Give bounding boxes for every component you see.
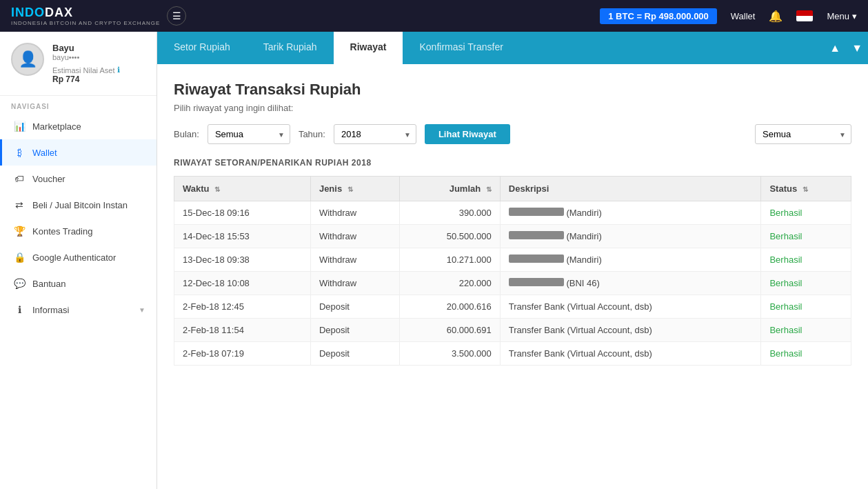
sidebar-item-label: Bantuan <box>32 279 65 289</box>
blurred-account <box>509 255 564 263</box>
tabs-bar: Setor Rupiah Tarik Rupiah Riwayat Konfir… <box>157 32 868 64</box>
logo-text: INDODAX <box>11 6 73 19</box>
cell-status: Berhasil <box>761 295 851 319</box>
cell-jumlah: 60.000.691 <box>399 319 500 342</box>
semua-select[interactable]: Semua <box>755 124 851 144</box>
tahun-select-wrapper: 2018 <box>334 124 416 144</box>
cell-deskripsi: (BNI 46) <box>500 272 761 295</box>
status-badge: Berhasil <box>769 231 802 241</box>
tab-riwayat[interactable]: Riwayat <box>334 32 403 64</box>
user-section: 👤 Bayu bayu•••• Estimasi Nilai Aset ℹ Rp… <box>0 32 157 96</box>
status-badge: Berhasil <box>769 325 802 335</box>
sidebar-item-bantuan[interactable]: 💬 Bantuan <box>0 270 157 297</box>
info-nav-icon: ℹ <box>13 304 26 315</box>
cell-waktu: 2-Feb-18 07:19 <box>174 342 311 366</box>
bulan-select[interactable]: Semua <box>208 124 290 144</box>
sort-waktu-icon: ⇅ <box>214 186 220 193</box>
user-email: bayu•••• <box>52 53 145 61</box>
main-content: Setor Rupiah Tarik Rupiah Riwayat Konfir… <box>157 32 868 489</box>
cell-jenis: Withdraw <box>310 272 399 295</box>
sidebar-item-beli-jual[interactable]: ⇄ Beli / Jual Bitcoin Instan <box>0 192 157 218</box>
table-row: 2-Feb-18 07:19 Deposit 3.500.000 Transfe… <box>174 342 851 366</box>
sort-status-icon: ⇅ <box>803 186 808 193</box>
sidebar-item-label: Wallet <box>32 148 57 158</box>
status-badge: Berhasil <box>769 278 802 288</box>
cell-status: Berhasil <box>761 201 851 225</box>
col-jenis[interactable]: Jenis ⇅ <box>310 177 399 201</box>
bitcoin-icon: ₿ <box>13 147 26 158</box>
cell-waktu: 2-Feb-18 12:45 <box>174 295 311 319</box>
header-menu-button[interactable]: Menu ▾ <box>827 11 857 21</box>
sidebar-item-marketplace[interactable]: 📊 Marketplace <box>0 113 157 139</box>
deskripsi-suffix: (Mandiri) <box>566 231 601 241</box>
chat-icon: 💬 <box>13 278 26 289</box>
info-icon: ℹ <box>117 66 120 74</box>
sidebar-item-wallet[interactable]: ₿ Wallet <box>0 139 157 166</box>
table-row: 12-Dec-18 10:08 Withdraw 220.000 (BNI 46… <box>174 272 851 295</box>
cell-waktu: 15-Dec-18 09:16 <box>174 201 311 225</box>
sidebar-item-informasi[interactable]: ℹ Informasi ▼ <box>0 297 157 323</box>
status-badge: Berhasil <box>769 208 802 218</box>
table-row: 2-Feb-18 12:45 Deposit 20.000.616 Transf… <box>174 295 851 319</box>
tab-konfirmasi[interactable]: Konfirmasi Transfer <box>403 32 519 64</box>
table-row: 13-Dec-18 09:38 Withdraw 10.271.000 (Man… <box>174 248 851 272</box>
chevron-down-icon: ▾ <box>852 11 857 21</box>
status-badge: Berhasil <box>769 348 802 359</box>
cell-status: Berhasil <box>761 248 851 272</box>
col-waktu[interactable]: Waktu ⇅ <box>174 177 311 201</box>
main-layout: 👤 Bayu bayu•••• Estimasi Nilai Aset ℹ Rp… <box>0 32 868 489</box>
cell-status: Berhasil <box>761 272 851 295</box>
lock-icon: 🔒 <box>13 252 26 263</box>
sidebar-item-label: Voucher <box>32 174 65 184</box>
sidebar-item-voucher[interactable]: 🏷 Voucher <box>0 166 157 192</box>
user-name: Bayu <box>52 43 145 53</box>
notification-bell-icon[interactable]: 🔔 <box>769 10 783 23</box>
cell-jumlah: 20.000.616 <box>399 295 500 319</box>
tab-setor[interactable]: Setor Rupiah <box>157 32 247 64</box>
header-right: 1 BTC = Rp 498.000.000 Wallet 🔔 Menu ▾ <box>600 8 857 24</box>
menu-label: Menu <box>827 11 849 21</box>
cell-jumlah: 10.271.000 <box>399 248 500 272</box>
trophy-icon: 🏆 <box>13 226 26 237</box>
asset-value: Rp 774 <box>52 74 145 84</box>
deskripsi-suffix: (Mandiri) <box>566 255 601 265</box>
col-status[interactable]: Status ⇅ <box>761 177 851 201</box>
scroll-down-icon[interactable]: ▼ <box>846 32 868 64</box>
status-badge: Berhasil <box>769 255 802 265</box>
menu-icon-button[interactable]: ☰ <box>167 6 186 26</box>
cell-waktu: 13-Dec-18 09:38 <box>174 248 311 272</box>
tahun-label: Tahun: <box>299 129 325 139</box>
deskripsi-suffix: (BNI 46) <box>566 278 599 288</box>
sort-jenis-icon: ⇅ <box>347 186 353 193</box>
cell-status: Berhasil <box>761 319 851 342</box>
blurred-account <box>509 231 564 239</box>
cell-deskripsi: Transfer Bank (Virtual Account, dsb) <box>500 295 761 319</box>
header-wallet-link[interactable]: Wallet <box>731 11 756 21</box>
tab-tarik[interactable]: Tarik Rupiah <box>247 32 334 64</box>
cell-waktu: 14-Dec-18 15:53 <box>174 225 311 248</box>
sidebar-item-authenticator[interactable]: 🔒 Google Authenticator <box>0 244 157 270</box>
page-subtitle: Pilih riwayat yang ingin dilihat: <box>174 103 851 113</box>
blurred-account <box>509 278 564 286</box>
col-jumlah[interactable]: Jumlah ⇅ <box>399 177 500 201</box>
chevron-right-icon: ▼ <box>139 306 145 314</box>
sidebar-item-kontes[interactable]: 🏆 Kontes Trading <box>0 218 157 244</box>
hamburger-icon: ☰ <box>172 10 181 21</box>
table-row: 15-Dec-18 09:16 Withdraw 390.000 (Mandir… <box>174 201 851 225</box>
filter-row: Bulan: Semua Tahun: 2018 Lihat Riwayat <box>174 124 851 144</box>
sidebar-item-label: Kontes Trading <box>32 226 92 237</box>
tabs-spacer <box>520 32 824 64</box>
tahun-select[interactable]: 2018 <box>334 124 416 144</box>
sort-jumlah-icon: ⇅ <box>486 186 492 193</box>
table-row: 2-Feb-18 11:54 Deposit 60.000.691 Transf… <box>174 319 851 342</box>
scroll-up-icon[interactable]: ▲ <box>824 32 846 64</box>
sidebar-item-label: Informasi <box>32 305 69 315</box>
lihat-riwayat-button[interactable]: Lihat Riwayat <box>425 124 510 144</box>
page-title: Riwayat Transaksi Rupiah <box>174 81 851 99</box>
language-flag[interactable] <box>796 10 813 21</box>
cell-jumlah: 390.000 <box>399 201 500 225</box>
cell-waktu: 12-Dec-18 10:08 <box>174 272 311 295</box>
header: INDODAX INDONESIA BITCOIN AND CRYPTO EXC… <box>0 0 868 32</box>
voucher-icon: 🏷 <box>13 173 26 184</box>
cell-deskripsi: (Mandiri) <box>500 225 761 248</box>
